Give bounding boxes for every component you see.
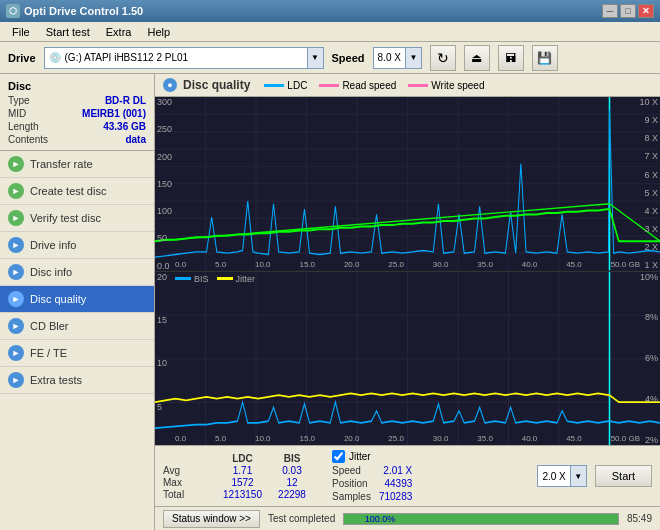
legend-read-speed-color [319,84,339,87]
chart2-y-labels-left: 20 15 10 5 [157,272,167,446]
position-row: Position 44393 [332,478,412,489]
stats-max-bis: 12 [272,477,312,488]
bis-legend-label: BIS [194,274,209,284]
position-label: Position [332,478,368,489]
status-bar: Status window >> Test completed 100.0% 8… [155,506,660,530]
y-right-3x: 3 X [639,224,658,234]
y-label-250: 250 [157,124,172,134]
jitter-checkbox-row[interactable]: Jitter [332,450,412,463]
maximize-button[interactable]: □ [620,4,636,18]
app-icon: ⬡ [6,4,20,18]
legend-read-speed: Read speed [319,80,396,91]
y-label-100: 100 [157,206,172,216]
sidebar-item-transfer-rate[interactable]: ► Transfer rate [0,151,154,178]
menu-bar: File Start test Extra Help [0,22,660,42]
start-button[interactable]: Start [595,465,652,487]
sidebar-item-disc-quality[interactable]: ► Disc quality [0,286,154,313]
y-right-4x: 4 X [639,206,658,216]
drive-dropdown-arrow[interactable]: ▼ [307,48,323,68]
sidebar-item-drive-info[interactable]: ► Drive info [0,232,154,259]
stats-avg-row: Avg 1.71 0.03 [163,465,312,476]
eject-button[interactable]: ⏏ [464,45,490,71]
stats-speed-dropdown-arrow[interactable]: ▼ [570,466,586,486]
sidebar: Disc Type BD-R DL MID MEIRB1 (001) Lengt… [0,74,155,530]
sidebar-item-cd-bler[interactable]: ► CD Bler [0,313,154,340]
stats-total-label: Total [163,489,213,500]
sidebar-item-verify-test-disc[interactable]: ► Verify test disc [0,205,154,232]
drive-value: (G:) ATAPI iHBS112 2 PL01 [65,52,307,63]
content-header: ● Disc quality LDC Read speed Write spee… [155,74,660,97]
speed-dropdown-arrow[interactable]: ▼ [405,48,421,68]
disc-quality-icon: ► [8,291,24,307]
legend-write-speed-label: Write speed [431,80,484,91]
menu-file[interactable]: File [4,24,38,40]
samples-label: Samples [332,491,371,502]
speed-row: Speed 2.01 X [332,465,412,476]
cd-bler-label: CD Bler [30,320,69,332]
legend-ldc-color [264,84,284,87]
samples-value: 710283 [379,491,412,502]
bis-legend-color [175,277,191,280]
disc-type-label: Type [8,95,30,106]
disc-info-section: Disc Type BD-R DL MID MEIRB1 (001) Lengt… [0,74,154,151]
menu-help[interactable]: Help [139,24,178,40]
create-test-disc-icon: ► [8,183,24,199]
drive-icon: 💿 [45,52,65,63]
disc-length-row: Length 43.36 GB [8,120,146,133]
legend-ldc-label: LDC [287,80,307,91]
speed-col: Speed 2.01 X Position 44393 Samples 7102… [332,465,412,502]
position-value: 44393 [384,478,412,489]
speed-position-rows: Speed 2.01 X Position 44393 Samples 7102… [332,465,412,502]
stats-ldc-header: LDC [215,453,270,464]
jitter-label: Jitter [349,451,371,462]
progress-percent: 100.0% [365,514,396,524]
title-bar: ⬡ Opti Drive Control 1.50 ─ □ ✕ [0,0,660,22]
refresh-button[interactable]: ↻ [430,45,456,71]
verify-test-disc-label: Verify test disc [30,212,101,224]
transfer-rate-label: Transfer rate [30,158,93,170]
disc-contents-row: Contents data [8,133,146,146]
disc-contents-value: data [125,134,146,145]
sidebar-item-create-test-disc[interactable]: ► Create test disc [0,178,154,205]
save-button[interactable]: 💾 [532,45,558,71]
disc-length-label: Length [8,121,39,132]
stats-avg-label: Avg [163,465,213,476]
sidebar-item-extra-tests[interactable]: ► Extra tests [0,367,154,394]
y-label-300: 300 [157,97,172,107]
y-right-6x: 6 X [639,170,658,180]
extra-tests-icon: ► [8,372,24,388]
y-right-1x: 1 X [639,260,658,270]
stats-table: LDC BIS Avg 1.71 0.03 Max 1572 12 Total … [163,453,312,500]
y-right-8x: 8 X [639,133,658,143]
content-title: Disc quality [183,78,250,92]
minimize-button[interactable]: ─ [602,4,618,18]
close-button[interactable]: ✕ [638,4,654,18]
disc-contents-label: Contents [8,134,48,145]
cd-bler-icon: ► [8,318,24,334]
disc-length-value: 43.36 GB [103,121,146,132]
sidebar-item-fe-te[interactable]: ► FE / TE [0,340,154,367]
menu-extra[interactable]: Extra [98,24,140,40]
burn-button[interactable]: 🖬 [498,45,524,71]
drive-bar: Drive 💿 (G:) ATAPI iHBS112 2 PL01 ▼ Spee… [0,42,660,74]
sidebar-item-disc-info[interactable]: ► Disc info [0,259,154,286]
stats-max-row: Max 1572 12 [163,477,312,488]
disc-type-row: Type BD-R DL [8,94,146,107]
speed-label: Speed [332,465,361,476]
disc-info-label: Disc info [30,266,72,278]
drive-label: Drive [8,52,36,64]
create-test-disc-label: Create test disc [30,185,106,197]
speed-value: 2.01 X [383,465,412,476]
charts-container: 300 250 200 150 100 50 0.0 10 X 9 X 8 X … [155,97,660,445]
samples-row: Samples 710283 [332,491,412,502]
jitter-checkbox[interactable] [332,450,345,463]
stats-header-row: LDC BIS [163,453,312,464]
chart2-svg [155,272,660,446]
y-right-10x: 10 X [639,97,658,107]
drive-info-label: Drive info [30,239,76,251]
fe-te-icon: ► [8,345,24,361]
y-label-50: 50 [157,233,172,243]
status-window-button[interactable]: Status window >> [163,510,260,528]
menu-start-test[interactable]: Start test [38,24,98,40]
stats-speed-select[interactable]: 2.0 X ▼ [537,465,586,487]
